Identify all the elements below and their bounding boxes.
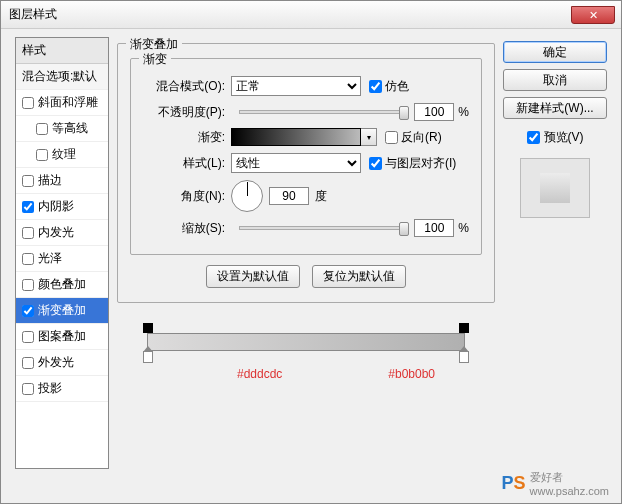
style-item-checkbox[interactable] <box>36 123 48 135</box>
angle-unit: 度 <box>315 188 327 205</box>
blend-mode-label: 混合模式(O): <box>143 78 225 95</box>
gradient-inner-group: 渐变 混合模式(O): 正常 仿色 不透明度(P): % 渐变: <box>130 58 482 255</box>
color-stop-left[interactable] <box>143 351 153 363</box>
new-style-button[interactable]: 新建样式(W)... <box>503 97 607 119</box>
opacity-unit: % <box>458 105 469 119</box>
style-item[interactable]: 内发光 <box>16 220 108 246</box>
style-item[interactable]: 纹理 <box>16 142 108 168</box>
style-label: 样式(L): <box>143 155 225 172</box>
style-item-checkbox[interactable] <box>22 97 34 109</box>
style-item-checkbox[interactable] <box>22 357 34 369</box>
gradient-preview[interactable] <box>231 128 361 146</box>
style-item[interactable]: 投影 <box>16 376 108 402</box>
style-item-label: 渐变叠加 <box>38 302 86 319</box>
style-item-label: 内阴影 <box>38 198 74 215</box>
right-panel: 确定 取消 新建样式(W)... 预览(V) <box>503 37 607 469</box>
set-default-button[interactable]: 设置为默认值 <box>206 265 300 288</box>
scale-input[interactable] <box>414 219 454 237</box>
blend-mode-select[interactable]: 正常 <box>231 76 361 96</box>
close-button[interactable]: ✕ <box>571 6 615 24</box>
style-item[interactable]: 外发光 <box>16 350 108 376</box>
style-item-label: 斜面和浮雕 <box>38 94 98 111</box>
style-item-label: 外发光 <box>38 354 74 371</box>
style-item-label: 光泽 <box>38 250 62 267</box>
style-item-checkbox[interactable] <box>22 201 34 213</box>
style-list-header: 样式 <box>16 38 108 64</box>
color2-label: #b0b0b0 <box>388 367 435 381</box>
style-item-label: 图案叠加 <box>38 328 86 345</box>
style-item-label: 等高线 <box>52 120 88 137</box>
dither-checkbox[interactable]: 仿色 <box>369 78 409 95</box>
style-item-label: 投影 <box>38 380 62 397</box>
window-title: 图层样式 <box>9 6 57 23</box>
scale-unit: % <box>458 221 469 235</box>
cancel-button[interactable]: 取消 <box>503 69 607 91</box>
style-list: 样式 混合选项:默认 斜面和浮雕等高线纹理描边内阴影内发光光泽颜色叠加渐变叠加图… <box>15 37 109 469</box>
style-item-checkbox[interactable] <box>22 227 34 239</box>
reset-default-button[interactable]: 复位为默认值 <box>312 265 406 288</box>
style-item-checkbox[interactable] <box>22 383 34 395</box>
style-item-label: 颜色叠加 <box>38 276 86 293</box>
gradient-overlay-group: 渐变叠加 渐变 混合模式(O): 正常 仿色 不透明度(P): % <box>117 43 495 303</box>
angle-label: 角度(N): <box>143 188 225 205</box>
layer-style-dialog: 图层样式 ✕ 样式 混合选项:默认 斜面和浮雕等高线纹理描边内阴影内发光光泽颜色… <box>0 0 622 504</box>
style-item[interactable]: 光泽 <box>16 246 108 272</box>
style-item-checkbox[interactable] <box>22 175 34 187</box>
style-item-checkbox[interactable] <box>22 279 34 291</box>
titlebar: 图层样式 ✕ <box>1 1 621 29</box>
style-item[interactable]: 等高线 <box>16 116 108 142</box>
inner-group-title: 渐变 <box>139 51 171 68</box>
style-item[interactable]: 斜面和浮雕 <box>16 90 108 116</box>
color1-label: #dddcdc <box>237 367 282 381</box>
style-item-checkbox[interactable] <box>22 253 34 265</box>
gradient-bar[interactable] <box>147 333 465 351</box>
style-item[interactable]: 颜色叠加 <box>16 272 108 298</box>
style-item[interactable]: 图案叠加 <box>16 324 108 350</box>
style-item-label: 描边 <box>38 172 62 189</box>
settings-panel: 渐变叠加 渐变 混合模式(O): 正常 仿色 不透明度(P): % <box>117 37 495 469</box>
opacity-input[interactable] <box>414 103 454 121</box>
angle-dial[interactable] <box>231 180 263 212</box>
dialog-body: 样式 混合选项:默认 斜面和浮雕等高线纹理描边内阴影内发光光泽颜色叠加渐变叠加图… <box>15 37 607 469</box>
opacity-slider[interactable] <box>239 110 406 114</box>
blend-options[interactable]: 混合选项:默认 <box>16 64 108 90</box>
angle-input[interactable] <box>269 187 309 205</box>
watermark: PS 爱好者 www.psahz.com <box>501 470 609 497</box>
color-stop-right[interactable] <box>459 351 469 363</box>
opacity-stop-right[interactable] <box>459 323 469 333</box>
style-item-label: 纹理 <box>52 146 76 163</box>
gradient-label: 渐变: <box>143 129 225 146</box>
style-item-checkbox[interactable] <box>22 331 34 343</box>
opacity-stop-left[interactable] <box>143 323 153 333</box>
preview-box <box>520 158 590 218</box>
align-checkbox[interactable]: 与图层对齐(I) <box>369 155 456 172</box>
gradient-dropdown-icon[interactable]: ▾ <box>361 128 377 146</box>
style-item-checkbox[interactable] <box>22 305 34 317</box>
style-select[interactable]: 线性 <box>231 153 361 173</box>
style-item-checkbox[interactable] <box>36 149 48 161</box>
style-item[interactable]: 内阴影 <box>16 194 108 220</box>
gradient-editor: #dddcdc #b0b0b0 <box>117 321 495 381</box>
style-item-label: 内发光 <box>38 224 74 241</box>
reverse-checkbox[interactable]: 反向(R) <box>385 129 442 146</box>
preview-checkbox[interactable]: 预览(V) <box>503 129 607 146</box>
style-item[interactable]: 渐变叠加 <box>16 298 108 324</box>
ok-button[interactable]: 确定 <box>503 41 607 63</box>
scale-slider[interactable] <box>239 226 406 230</box>
opacity-label: 不透明度(P): <box>143 104 225 121</box>
style-item[interactable]: 描边 <box>16 168 108 194</box>
scale-label: 缩放(S): <box>143 220 225 237</box>
